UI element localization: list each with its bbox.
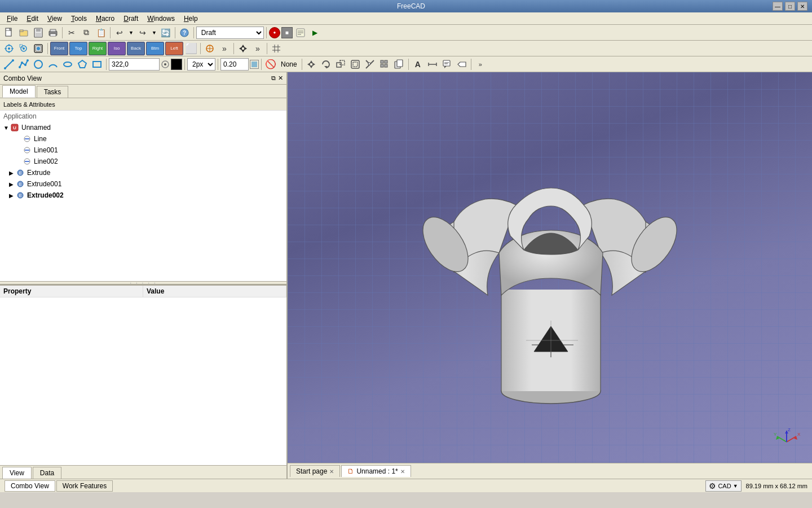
view-top-button[interactable]: Top: [69, 42, 87, 55]
menu-windows[interactable]: Windows: [143, 14, 179, 24]
offset-tool[interactable]: [348, 58, 362, 71]
svg-rect-62: [351, 60, 359, 68]
tree-item-line001[interactable]: Line001: [0, 144, 286, 156]
clone-tool[interactable]: [392, 58, 406, 71]
tree-item-extrude001[interactable]: ▶ E Extrude001: [0, 178, 286, 190]
menu-view[interactable]: View: [43, 14, 67, 24]
tab-data[interactable]: Data: [33, 467, 61, 479]
view-left-button[interactable]: Left: [165, 42, 183, 55]
combo-view-close-button[interactable]: ✕: [278, 75, 283, 82]
view-back-button[interactable]: Back: [127, 42, 145, 55]
extrude001-label: Extrude001: [27, 180, 61, 188]
extrude-arrow[interactable]: ▶: [9, 170, 16, 176]
line-color-swatch[interactable]: [171, 59, 182, 70]
arc-tool-button[interactable]: [46, 58, 60, 71]
view-right-button[interactable]: Right: [89, 42, 107, 55]
tree-item-unnamed[interactable]: ▼ U Unnamed: [0, 122, 286, 133]
close-button[interactable]: ✕: [797, 2, 807, 11]
menu-file[interactable]: File: [2, 14, 22, 24]
menu-help[interactable]: Help: [179, 14, 202, 24]
macro-editor-button[interactable]: [294, 27, 307, 39]
workbench-dropdown[interactable]: Draft Part PartDesign Sketcher: [196, 27, 264, 39]
minimize-button[interactable]: —: [773, 2, 783, 11]
start-page-close[interactable]: ✕: [329, 468, 334, 475]
save-button[interactable]: [32, 27, 45, 39]
menu-tools[interactable]: Tools: [67, 14, 91, 24]
cad-dropdown-arrow[interactable]: ▼: [733, 483, 738, 489]
unnamed-arrow[interactable]: ▼: [3, 125, 10, 131]
view-iso-button[interactable]: Iso: [108, 42, 126, 55]
rectangle-tool-button[interactable]: [90, 58, 104, 71]
coordinate-input[interactable]: [109, 58, 160, 71]
paste-button[interactable]: 📋: [94, 27, 108, 39]
undo-dropdown[interactable]: ▼: [127, 29, 135, 36]
scale-tool[interactable]: [334, 58, 347, 71]
snap-button[interactable]: [203, 42, 217, 55]
record-button[interactable]: ●: [269, 27, 280, 38]
text-tool[interactable]: A: [411, 58, 425, 71]
ellipse-tool-button[interactable]: [61, 58, 74, 71]
dimension-tool[interactable]: [426, 58, 439, 71]
array-tool[interactable]: [378, 58, 391, 71]
refresh-button[interactable]: 🔄: [159, 27, 173, 39]
view-bottom-button[interactable]: Btm: [146, 42, 164, 55]
redo-button[interactable]: ↪: [136, 27, 149, 39]
copy-button[interactable]: ⧉: [80, 27, 93, 39]
menu-draft[interactable]: Draft: [119, 14, 143, 24]
opacity-icon[interactable]: [250, 60, 259, 69]
annotation-tool[interactable]: [440, 58, 454, 71]
grid-button[interactable]: [270, 42, 283, 55]
trim-tool[interactable]: [363, 58, 377, 71]
more-nav-button[interactable]: »: [251, 42, 264, 55]
more-views-button[interactable]: »: [218, 42, 231, 55]
tree-item-extrude002[interactable]: ▶ E Extrude002: [0, 190, 286, 201]
line-tool-button[interactable]: [2, 58, 16, 71]
label-tool[interactable]: [455, 58, 469, 71]
fit-all-button[interactable]: [2, 42, 16, 55]
tree-item-line002[interactable]: Line002: [0, 156, 286, 167]
stop-button[interactable]: ■: [281, 27, 293, 38]
perspective-button[interactable]: ⬜: [184, 42, 198, 55]
new-button[interactable]: [2, 27, 16, 39]
undo-button[interactable]: ↩: [113, 27, 126, 39]
wire-tool-button[interactable]: [17, 58, 30, 71]
fit-selection-button[interactable]: [17, 42, 30, 55]
run-macro-button[interactable]: ▶: [308, 27, 322, 39]
maximize-button[interactable]: □: [785, 2, 795, 11]
tab-view[interactable]: View: [2, 467, 32, 479]
print-button[interactable]: [46, 27, 60, 39]
circle-tool-button[interactable]: [32, 58, 45, 71]
draw-style-button[interactable]: [32, 42, 45, 55]
extrude002-arrow[interactable]: ▶: [9, 192, 16, 199]
nav-arrows-button[interactable]: [236, 42, 250, 55]
move-tool[interactable]: [304, 58, 318, 71]
polygon-tool-button[interactable]: [76, 58, 89, 71]
cut-button[interactable]: ✂: [65, 27, 78, 39]
open-button[interactable]: [17, 27, 30, 39]
help-button[interactable]: ?: [178, 27, 191, 39]
combo-view-button[interactable]: Combo View: [5, 480, 55, 492]
rotate-tool[interactable]: [319, 58, 333, 71]
tab-model[interactable]: Model: [2, 85, 36, 98]
opacity-input[interactable]: [220, 58, 249, 71]
tree-item-line[interactable]: Line: [0, 133, 286, 144]
view-front-button[interactable]: Front: [50, 42, 68, 55]
extrude001-arrow[interactable]: ▶: [9, 181, 16, 187]
menu-edit[interactable]: Edit: [22, 14, 43, 24]
snap-settings-button[interactable]: 🚫: [264, 58, 277, 71]
line-width-select[interactable]: 2px 1px 3px: [187, 58, 215, 71]
extrude002-label: Extrude002: [27, 191, 64, 199]
snap-none-button[interactable]: None: [279, 60, 299, 68]
work-features-button[interactable]: Work Features: [56, 480, 113, 492]
combo-view-float-button[interactable]: ⧉: [271, 75, 276, 82]
menu-macro[interactable]: Macro: [91, 14, 119, 24]
tree-item-extrude[interactable]: ▶ E Extrude: [0, 167, 286, 178]
tab-tasks[interactable]: Tasks: [37, 86, 69, 98]
tab-start-page[interactable]: Start page ✕: [290, 465, 340, 477]
tab-unnamed-1[interactable]: 🗋 Unnamed : 1* ✕: [341, 465, 411, 477]
redo-dropdown[interactable]: ▼: [151, 29, 158, 36]
unnamed-1-close[interactable]: ✕: [400, 468, 405, 475]
more-draft-button[interactable]: »: [474, 58, 487, 71]
cad-indicator[interactable]: ⚙ CAD ▼: [705, 480, 741, 492]
viewport[interactable]: X Y Z Start page ✕ 🗋 Unnamed : 1* ✕: [288, 72, 812, 479]
